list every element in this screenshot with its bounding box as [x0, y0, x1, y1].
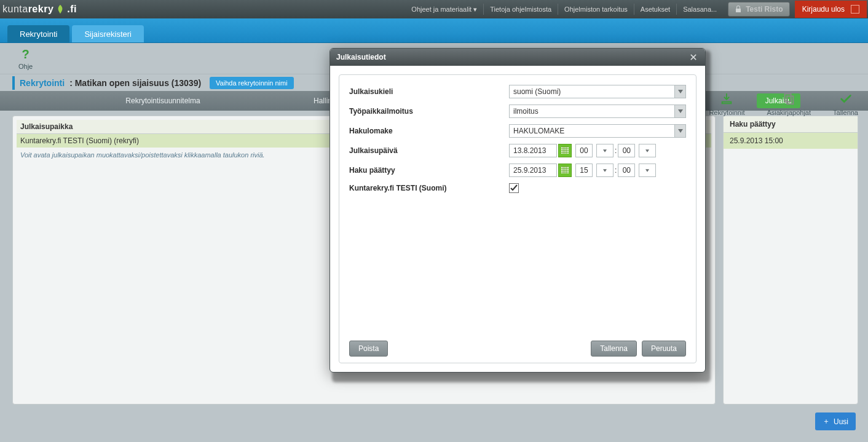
calendar-icon — [561, 146, 569, 156]
right-value: 25.9.2013 15:00 — [724, 133, 858, 149]
chevron-down-icon — [639, 164, 656, 177]
action-tallenna[interactable]: Tallenna — [833, 92, 858, 116]
breadcrumb-label: Rekrytointi — [20, 78, 65, 88]
select-hakulomake[interactable]: HAKULOMAKE — [509, 124, 686, 138]
help-icon: ? — [22, 47, 30, 61]
time-separator: : — [615, 146, 617, 155]
select-julkaisukieli[interactable]: suomi (Suomi) — [509, 85, 686, 98]
top-menu: Ohjeet ja materiaalit ▾ Tietoja ohjelmis… — [405, 0, 868, 18]
new-button-label: Uusi — [834, 417, 848, 426]
select-hakulomake-value: HAKULOMAKE — [513, 127, 564, 135]
bottom-bar: ＋ Uusi — [815, 412, 856, 430]
page-title: : Matikan open sijaisuus (13039) — [69, 78, 201, 88]
modal-body: Julkaisukieli suomi (Suomi) Työpaikkailm… — [330, 66, 705, 372]
modal-inner: Julkaisukieli suomi (Suomi) Työpaikkailm… — [339, 74, 696, 363]
input-julkaisupaiva[interactable]: 13.8.2013 — [509, 144, 557, 157]
logout-icon — [851, 5, 859, 14]
logout-label: Kirjaudu ulos — [802, 5, 845, 14]
calendar-button-end[interactable] — [558, 164, 572, 177]
modal-footer: Poista Tallenna Peruuta — [349, 334, 686, 357]
plus-icon: ＋ — [823, 416, 830, 427]
select-end-mm[interactable]: 00 — [618, 164, 635, 177]
svg-rect-1 — [787, 96, 793, 104]
save-button[interactable]: Tallenna — [591, 341, 637, 357]
label-haku-paattyy: Haku päättyy — [349, 166, 509, 175]
select-julkaisukieli-value: suomi (Suomi) — [513, 87, 561, 96]
action-asiakirjapohjat-label: Asiakirjapohjat — [767, 109, 811, 116]
label-tyopaikkailmoitus: Työpaikkailmoitus — [349, 107, 509, 116]
new-button[interactable]: ＋ Uusi — [815, 412, 856, 430]
calendar-button-pub[interactable] — [558, 144, 572, 157]
svg-rect-0 — [785, 94, 791, 102]
chevron-down-icon — [596, 164, 614, 177]
topmenu-help-materials[interactable]: Ohjeet ja materiaalit ▾ — [405, 4, 483, 15]
help-button[interactable]: ? Ohje — [18, 47, 33, 70]
action-tallenna-label: Tallenna — [833, 109, 858, 116]
topmenu-purpose[interactable]: Ohjelmiston tarkoitus — [558, 4, 634, 15]
cancel-button[interactable]: Peruuta — [642, 341, 686, 357]
brand-suffix: .fi — [67, 4, 77, 15]
input-haku-paattyy[interactable]: 25.9.2013 — [509, 164, 557, 177]
label-julkaisukieli: Julkaisukieli — [349, 87, 509, 96]
top-bar: kuntarekry .fi Ohjeet ja materiaalit ▾ T… — [0, 0, 868, 18]
page-actions: Rekrytoinnit Asiakirjapohjat Tallenna — [709, 92, 858, 116]
user-chip[interactable]: Testi Risto — [728, 2, 789, 17]
brand-logo: kuntarekry .fi — [0, 0, 77, 18]
label-hakulomake: Hakulomake — [349, 127, 509, 135]
topmenu-about[interactable]: Tietoja ohjelmistosta — [483, 4, 558, 15]
copy-icon — [782, 92, 795, 108]
modal-header: Julkaisutiedot — [330, 49, 705, 66]
select-end-hh[interactable]: 15 — [575, 164, 593, 177]
chevron-down-icon — [596, 144, 614, 157]
select-pub-hh[interactable]: 00 — [575, 144, 593, 157]
brand-part2: rekry — [28, 4, 54, 15]
chevron-down-icon — [674, 85, 685, 98]
topmenu-password[interactable]: Salasana... — [676, 4, 723, 15]
lock-icon — [735, 6, 742, 13]
right-header: Haku päättyy — [724, 116, 858, 133]
chevron-down-icon — [674, 105, 685, 117]
action-rekrytoinnit-label: Rekrytoinnit — [709, 109, 744, 116]
chevron-down-icon — [674, 125, 685, 137]
action-rekrytoinnit[interactable]: Rekrytoinnit — [709, 92, 744, 116]
checkbox-channel[interactable] — [509, 183, 519, 193]
label-channel: Kuntarekry.fi TESTI (Suomi) — [349, 184, 509, 192]
nav-tabs: Rekrytointi Sijaisrekisteri — [0, 18, 868, 43]
modal-julkaisutiedot: Julkaisutiedot Julkaisukieli suomi (Suom… — [329, 48, 706, 373]
tab-sijaisrekisteri[interactable]: Sijaisrekisteri — [72, 25, 144, 42]
modal-title: Julkaisutiedot — [336, 53, 386, 61]
time-separator: : — [615, 166, 617, 175]
brand-part1: kunta — [2, 4, 28, 15]
user-name: Testi Risto — [746, 5, 783, 14]
help-label: Ohje — [18, 63, 33, 70]
action-asiakirjapohjat[interactable]: Asiakirjapohjat — [767, 92, 811, 116]
download-icon — [720, 92, 733, 108]
select-pub-mm[interactable]: 00 — [618, 144, 635, 157]
rename-button[interactable]: Vaihda rekrytoinnin nimi — [210, 77, 294, 89]
select-tyopaikkailmoitus[interactable]: ilmoitus — [509, 105, 686, 118]
topmenu-settings[interactable]: Asetukset — [634, 4, 676, 15]
chevron-down-icon — [639, 144, 656, 157]
logout-button[interactable]: Kirjaudu ulos — [795, 1, 867, 18]
label-julkaisupaiva: Julkaisupäivä — [349, 146, 509, 155]
brand-leaf-icon — [55, 4, 66, 15]
select-tyopaikkailmoitus-value: ilmoitus — [513, 107, 539, 116]
right-panel: Haku päättyy 25.9.2013 15:00 — [723, 116, 858, 405]
delete-button[interactable]: Poista — [349, 341, 388, 357]
calendar-icon — [561, 165, 569, 176]
title-accent — [12, 76, 15, 90]
close-icon[interactable] — [688, 52, 699, 63]
check-icon — [839, 92, 853, 108]
tab-rekrytointi[interactable]: Rekrytointi — [7, 25, 69, 42]
subheader-plan: Rekrytointisuunnitelma — [12, 97, 314, 105]
